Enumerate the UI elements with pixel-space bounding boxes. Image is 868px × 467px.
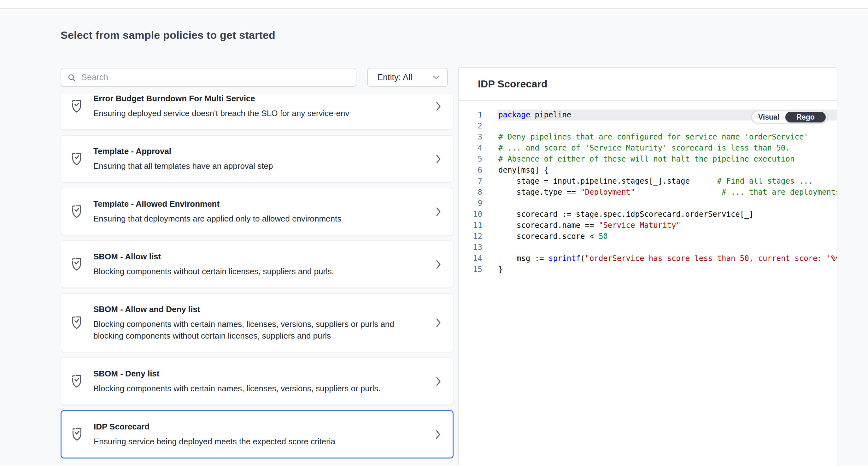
search-box (61, 68, 356, 87)
chevron-right-icon (436, 260, 441, 269)
shield-check-icon (71, 428, 86, 441)
policy-card-title: SBOM - Allow list (93, 251, 430, 262)
code-line-row: 13 (459, 242, 837, 253)
policy-card-template-approval[interactable]: Template - ApprovalEnsuring that all tem… (61, 135, 454, 183)
line-number: 5 (459, 154, 497, 165)
policy-card-title: Template - Approval (93, 146, 430, 156)
policy-card-error-budget-burndown-for-multi-service[interactable]: Error Budget Burndown For Multi ServiceE… (61, 94, 454, 130)
code-line-row: 8 stage.type == "Deployment" # ... that … (459, 187, 837, 198)
shield-check-icon (71, 375, 85, 388)
line-number: 9 (459, 198, 497, 209)
shield-check-icon (71, 258, 85, 271)
code-line-row: 5# Absence of either of these will not h… (459, 154, 837, 165)
preview-panel: IDP Scorecard 1package pipeline23# Deny … (458, 67, 837, 467)
chevron-down-icon (433, 76, 440, 80)
policy-card-sbom-allow-and-deny-list[interactable]: SBOM - Allow and Deny listBlocking compo… (61, 293, 454, 352)
code-line-content: stage = input.pipeline.stages[_].stage #… (497, 176, 837, 187)
line-number: 13 (459, 242, 497, 253)
line-number: 7 (459, 176, 497, 187)
code-line-content (497, 198, 837, 209)
line-number: 12 (459, 231, 497, 242)
code-line-content: } (497, 264, 837, 275)
preview-title: IDP Scorecard (478, 78, 548, 90)
chevron-right-icon (436, 207, 441, 216)
policy-card-description: Blocking components with certain names, … (93, 318, 406, 342)
code-line-row: 15} (459, 264, 837, 275)
policy-card-title: SBOM - Deny list (93, 368, 430, 379)
policy-card-sbom-deny-list[interactable]: SBOM - Deny listBlocking components with… (61, 357, 454, 405)
chevron-right-icon (436, 377, 441, 386)
line-number: 11 (459, 220, 497, 231)
shield-check-icon (71, 205, 85, 219)
code-line-content: # Deny pipelines that are configured for… (497, 132, 837, 143)
code-line-row: 14 msg := sprintf("orderService has scor… (459, 253, 837, 264)
page-title: Select from sample policies to get start… (61, 28, 275, 42)
code-line-content: stage.type == "Deployment" # ... that ar… (497, 187, 837, 198)
policy-card-description: Blocking components without certain lice… (93, 266, 406, 278)
code-line-content: scorecard.score < 50 (497, 231, 837, 242)
line-number: 3 (459, 132, 497, 143)
line-number: 8 (459, 187, 497, 198)
line-number: 15 (459, 264, 497, 275)
line-number: 14 (459, 253, 497, 264)
code-line-row: 4# ... and score of 'Service Maturity' s… (459, 143, 837, 154)
code-editor[interactable]: 1package pipeline23# Deny pipelines that… (459, 101, 837, 275)
policy-card-description: Ensuring deployed service doesn't breach… (93, 108, 406, 119)
code-line-row: 11 scorecard.name == "Service Maturity" (459, 220, 837, 231)
line-number: 6 (459, 165, 497, 176)
chevron-right-icon (436, 430, 441, 439)
toggle-option-rego[interactable]: Rego (785, 112, 826, 122)
line-number: 1 (459, 110, 497, 120)
code-line-content: # Absence of either of these will not ha… (497, 154, 837, 165)
policy-card-title: Error Budget Burndown For Multi Service (93, 94, 430, 104)
code-line-row: 9 (459, 198, 837, 209)
code-line-row: 12 scorecard.score < 50 (459, 231, 837, 242)
code-line-content: msg := sprintf("orderService has score l… (497, 253, 837, 264)
policy-card-description: Blocking components with certain names, … (93, 383, 406, 395)
code-lines: 1package pipeline23# Deny pipelines that… (459, 110, 837, 275)
top-bar (0, 0, 868, 9)
policy-card-description: Ensuring that deployments are applied on… (93, 213, 406, 225)
code-line-content: scorecard.name == "Service Maturity" (497, 220, 837, 231)
code-line-row: 6deny[msg] { (459, 165, 837, 176)
shield-check-icon (71, 99, 85, 113)
line-number: 2 (459, 120, 497, 132)
indent-guide (499, 176, 499, 264)
line-number: 4 (459, 143, 497, 154)
policy-card-title: IDP Scorecard (94, 421, 430, 432)
chevron-right-icon (436, 101, 441, 111)
page: Select from sample policies to get start… (0, 0, 868, 467)
view-mode-toggle: Visual Rego (752, 111, 828, 123)
chevron-right-icon (436, 154, 441, 164)
code-line-content (497, 242, 837, 253)
policy-card-title: Template - Allowed Environment (93, 199, 430, 209)
line-number: 10 (459, 209, 497, 220)
shield-check-icon (71, 316, 85, 330)
code-line-content: deny[msg] { (497, 165, 837, 176)
code-line-content: # ... and score of 'Service Maturity' sc… (497, 143, 837, 154)
policy-card-sbom-allow-list[interactable]: SBOM - Allow listBlocking components wit… (61, 240, 454, 288)
entity-filter-select[interactable]: Entity: All (367, 68, 448, 87)
shield-check-icon (71, 152, 85, 166)
policy-card-description: Ensuring that all templates have an appr… (93, 160, 406, 172)
page-bottom-edge (0, 465, 868, 467)
policy-card-title: SBOM - Allow and Deny list (93, 304, 430, 315)
code-line-content: scorecard := stage.spec.idpScorecard.ord… (497, 209, 837, 220)
code-line-row: 10 scorecard := stage.spec.idpScorecard.… (459, 209, 837, 220)
policy-card-idp-scorecard[interactable]: IDP ScorecardEnsuring service being depl… (61, 410, 454, 459)
preview-panel-header: IDP Scorecard (459, 68, 837, 101)
policy-list: Error Budget Burndown For Multi ServiceE… (61, 94, 454, 465)
code-line-row: 3# Deny pipelines that are configured fo… (459, 132, 837, 143)
policy-card-description: Ensuring service being deployed meets th… (94, 436, 406, 447)
chevron-right-icon (436, 318, 441, 327)
policy-card-template-allowed-environment[interactable]: Template - Allowed EnvironmentEnsuring t… (61, 188, 454, 235)
toggle-option-visual[interactable]: Visual (752, 111, 785, 123)
entity-filter-label: Entity: All (377, 72, 412, 82)
code-line-row: 7 stage = input.pipeline.stages[_].stage… (459, 176, 837, 187)
search-input[interactable] (61, 68, 356, 86)
